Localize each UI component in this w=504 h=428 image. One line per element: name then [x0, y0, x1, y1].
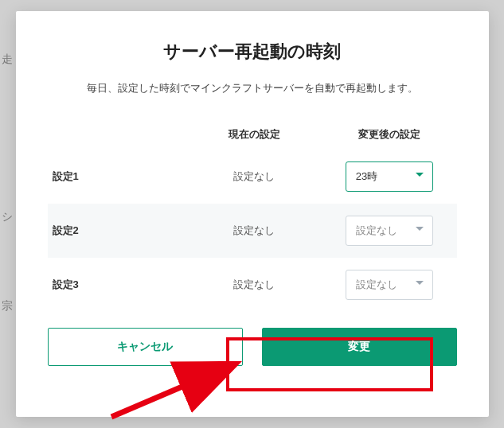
chevron-down-icon: [415, 173, 423, 181]
header-current: 現在の設定: [186, 127, 322, 142]
table-row: 設定3 設定なし 設定なし: [48, 258, 457, 312]
row-label: 設定2: [48, 224, 187, 238]
submit-button[interactable]: 変更: [262, 328, 457, 366]
row-label: 設定1: [48, 169, 187, 184]
modal-backdrop: サーバー再起動の時刻 毎日、設定した時刻でマインクラフトサーバーを自動で再起動し…: [0, 0, 504, 428]
submit-button-label: 変更: [348, 340, 370, 354]
cancel-button-label: キャンセル: [117, 340, 173, 354]
chevron-down-icon: [415, 281, 423, 289]
button-row: キャンセル 変更: [48, 328, 457, 366]
select-value: 設定なし: [356, 278, 397, 292]
restart-time-modal: サーバー再起動の時刻 毎日、設定した時刻でマインクラフトサーバーを自動で再起動し…: [16, 11, 489, 417]
annotation-arrow-icon: [104, 361, 247, 421]
select-value: 23時: [356, 169, 377, 184]
time-select-1[interactable]: 23時: [346, 161, 433, 192]
row-label: 設定3: [48, 278, 187, 292]
select-value: 設定なし: [356, 224, 397, 238]
settings-table: 現在の設定 変更後の設定 設定1 設定なし 23時 設定2 設定なし: [48, 119, 457, 312]
row-current-value: 設定なし: [186, 224, 322, 238]
table-header: 現在の設定 変更後の設定: [48, 119, 457, 150]
row-current-value: 設定なし: [186, 278, 322, 292]
row-current-value: 設定なし: [186, 169, 322, 184]
table-row: 設定1 設定なし 23時: [48, 150, 457, 204]
time-select-3[interactable]: 設定なし: [346, 270, 433, 300]
modal-title: サーバー再起動の時刻: [48, 40, 457, 64]
time-select-2[interactable]: 設定なし: [346, 216, 433, 246]
modal-description: 毎日、設定した時刻でマインクラフトサーバーを自動で再起動します。: [48, 81, 457, 95]
chevron-down-icon: [415, 227, 423, 235]
cancel-button[interactable]: キャンセル: [48, 328, 243, 366]
svg-line-1: [111, 368, 227, 417]
header-after: 変更後の設定: [322, 127, 457, 142]
table-row: 設定2 設定なし 設定なし: [48, 204, 457, 258]
